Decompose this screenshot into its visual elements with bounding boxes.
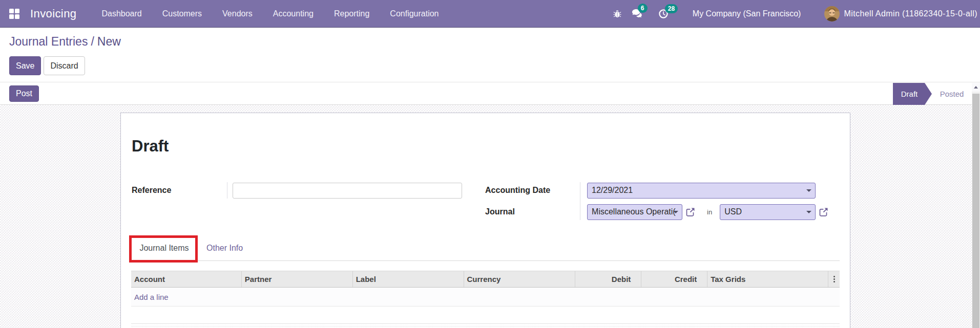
bug-icon (613, 10, 621, 18)
nav-item-vendors[interactable]: Vendors (212, 0, 263, 27)
breadcrumb-separator: / (88, 35, 97, 48)
messages-count-badge: 6 (638, 4, 648, 13)
nav-item-accounting[interactable]: Accounting (263, 0, 324, 27)
external-link-icon (685, 207, 696, 217)
messages-menu[interactable]: 6 (632, 9, 642, 18)
accounting-date-value: 12/29/2021 (592, 186, 633, 195)
column-header-currency[interactable]: Currency (464, 271, 575, 287)
list-add-line-row: Add a line (131, 288, 840, 307)
currency-external-link-icon[interactable] (819, 207, 829, 217)
top-navbar: Invoicing DashboardCustomersVendorsAccou… (0, 0, 980, 28)
breadcrumb-current: New (97, 35, 121, 48)
apps-menu-icon[interactable] (9, 9, 19, 19)
accounting-date-label: Accounting Date (485, 186, 550, 195)
dropdown-caret-icon (806, 189, 811, 192)
dropdown-caret-icon (673, 211, 678, 213)
control-panel-buttons: Save Discard (9, 56, 980, 75)
currency-select[interactable]: USD (720, 204, 816, 220)
column-header-debit[interactable]: Debit (575, 271, 641, 287)
breadcrumb-journal-entries[interactable]: Journal Entries (9, 35, 88, 48)
column-header-tax-grids[interactable]: Tax Grids (707, 271, 828, 287)
company-switcher[interactable]: My Company (San Francisco) (693, 9, 801, 18)
record-state-title: Draft (132, 138, 840, 155)
journal-value: Miscellaneous Operati( (592, 207, 676, 216)
dropdown-caret-icon (806, 211, 811, 213)
breadcrumb: Journal Entries/New (0, 28, 980, 49)
form-fields-group: Reference Accounting Date Journal 12/29 (131, 182, 840, 220)
list-header-row: AccountPartnerLabelCurrencyDebitCreditTa… (131, 271, 840, 288)
optional-columns-toggle[interactable] (828, 271, 840, 287)
add-a-line-link[interactable]: Add a line (134, 293, 169, 301)
form-view-content: Draft Reference Accounting Date Journal (0, 105, 980, 328)
stage-draft[interactable]: Draft (893, 83, 932, 105)
avatar-image (824, 6, 840, 21)
app-name[interactable]: Invoicing (30, 7, 76, 20)
control-panel: Journal Entries/New Save Discard (0, 28, 980, 82)
journal-label: Journal (485, 207, 515, 216)
statusbar-stages: DraftPosted (893, 83, 972, 105)
journal-external-link-icon[interactable] (685, 207, 696, 217)
in-label: in (707, 208, 712, 216)
column-header-account[interactable]: Account (131, 271, 241, 287)
post-button[interactable]: Post (9, 85, 39, 102)
vertical-dots-icon (833, 275, 835, 283)
form-sheet: Draft Reference Accounting Date Journal (120, 113, 850, 328)
nav-item-configuration[interactable]: Configuration (380, 0, 449, 27)
debug-bug-icon[interactable] (613, 10, 621, 18)
list-empty-area (131, 307, 840, 324)
notebook-tabs: Journal ItemsOther Info (131, 235, 840, 261)
currency-value: USD (724, 207, 742, 216)
nav-item-dashboard[interactable]: Dashboard (91, 0, 152, 27)
column-header-credit[interactable]: Credit (641, 271, 707, 287)
form-group-left: Reference (131, 182, 478, 220)
journal-items-list: AccountPartnerLabelCurrencyDebitCreditTa… (131, 271, 840, 328)
tab-journal-items[interactable]: Journal Items (131, 235, 197, 260)
reference-input[interactable] (233, 183, 462, 199)
statusbar: Post DraftPosted (0, 82, 980, 105)
save-button[interactable]: Save (9, 56, 41, 75)
user-menu[interactable]: Mitchell Admin (11862340-15-0-all) (844, 9, 977, 18)
scrollbar-thumb[interactable] (972, 94, 979, 328)
scroll-up-arrow-icon (974, 86, 978, 89)
accounting-date-field[interactable]: 12/29/2021 (587, 183, 816, 199)
scrollbar-up-button[interactable] (972, 83, 980, 92)
activities-menu[interactable]: 28 (659, 9, 668, 18)
discard-button[interactable]: Discard (44, 56, 85, 75)
vertical-scrollbar[interactable] (972, 83, 980, 328)
grid-icon (9, 9, 19, 19)
list-footer-divider (131, 326, 840, 328)
nav-item-reporting[interactable]: Reporting (324, 0, 380, 27)
form-group-right: Accounting Date Journal 12/29/2021 Misce… (485, 182, 840, 220)
main-menu: DashboardCustomersVendorsAccountingRepor… (91, 0, 449, 27)
systray: 6 28 My Company (San Francisco) Mitchell… (613, 0, 980, 27)
journal-select[interactable]: Miscellaneous Operati( (587, 204, 682, 220)
stage-posted[interactable]: Posted (932, 83, 972, 105)
column-header-label[interactable]: Label (352, 271, 464, 287)
nav-item-customers[interactable]: Customers (152, 0, 212, 27)
reference-label: Reference (132, 186, 171, 195)
tab-other-info[interactable]: Other Info (197, 235, 252, 260)
activities-count-badge: 28 (665, 4, 678, 13)
user-avatar[interactable] (824, 6, 840, 21)
column-header-partner[interactable]: Partner (241, 271, 352, 287)
external-link-icon (819, 207, 829, 217)
